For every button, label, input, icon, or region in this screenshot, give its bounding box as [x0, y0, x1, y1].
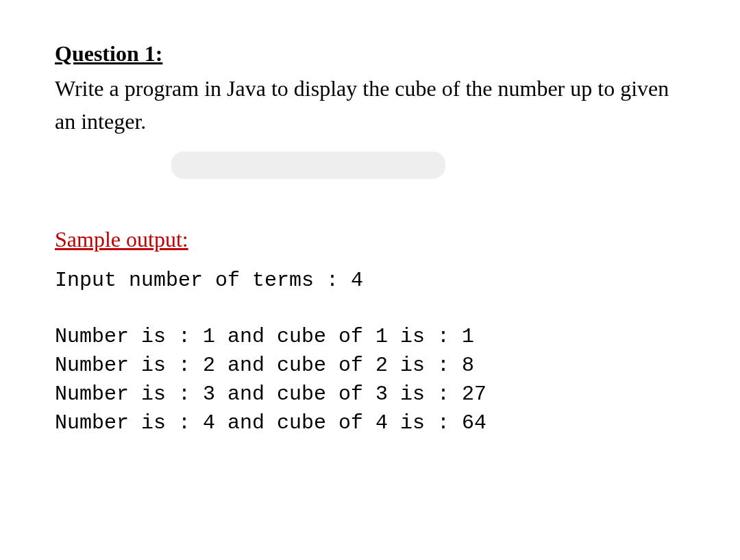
sample-output-heading: Sample output:: [55, 227, 685, 252]
question-text: Write a program in Java to display the c…: [55, 72, 685, 138]
output-line: Number is : 3 and cube of 3 is : 27: [55, 380, 685, 409]
redacted-block: [171, 151, 445, 179]
sample-output-lines: Number is : 1 and cube of 1 is : 1 Numbe…: [55, 322, 685, 437]
question-heading: Question 1:: [55, 41, 685, 66]
document-container: Question 1: Write a program in Java to d…: [55, 41, 685, 437]
sample-input-line: Input number of terms : 4: [55, 266, 685, 295]
output-line: Number is : 2 and cube of 2 is : 8: [55, 351, 685, 380]
output-line: Number is : 1 and cube of 1 is : 1: [55, 322, 685, 351]
output-line: Number is : 4 and cube of 4 is : 64: [55, 409, 685, 437]
